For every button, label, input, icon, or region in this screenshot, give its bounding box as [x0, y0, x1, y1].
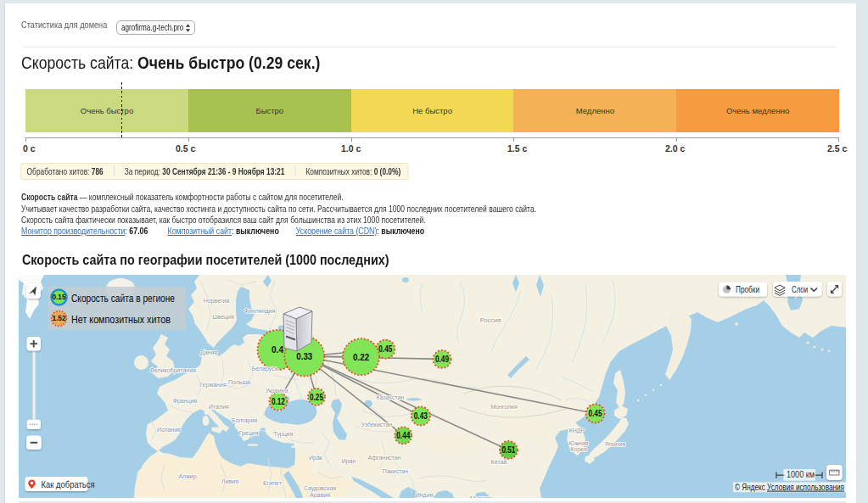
svg-text:Афганистан: Афганистан [368, 455, 401, 461]
svg-text:Испания: Испания [157, 427, 181, 433]
svg-text:Германия: Германия [199, 382, 227, 388]
svg-text:Саудовская: Саудовская [304, 485, 336, 492]
svg-text:Алжир: Алжир [178, 473, 196, 480]
svg-text:0.25: 0.25 [310, 393, 323, 402]
svg-text:Дания: Дания [200, 349, 217, 356]
svg-text:Узбекистан: Узбекистан [361, 422, 393, 428]
svg-text:0.51: 0.51 [501, 445, 515, 455]
svg-text:0.4: 0.4 [272, 344, 284, 355]
svg-text:Индия: Индия [416, 492, 434, 498]
svg-text:Турция: Турция [274, 431, 294, 438]
svg-text:Великобритания: Великобритания [150, 367, 196, 374]
svg-text:КНДР: КНДР [569, 428, 585, 434]
svg-text:Мьянма: Мьянма [470, 495, 492, 498]
svg-text:Ливия: Ливия [221, 478, 238, 484]
svg-text:Как добраться: Как добраться [42, 479, 95, 489]
svg-text:Корея: Корея [570, 446, 587, 453]
svg-text:Финляндия: Финляндия [244, 308, 276, 315]
svg-text:Пакистан: Пакистан [383, 468, 408, 474]
svg-text:Греция: Греция [239, 430, 259, 437]
svg-text:Монголия: Монголия [490, 404, 518, 410]
svg-text:Болгария: Болгария [232, 417, 258, 424]
svg-text:0.33: 0.33 [296, 351, 312, 361]
svg-text:Южная: Южная [568, 440, 589, 446]
svg-text:Беларусь: Беларусь [252, 366, 278, 372]
svg-text:Россия: Россия [480, 316, 501, 324]
svg-text:Египет: Египет [263, 480, 283, 486]
svg-text:Швеция: Швеция [212, 314, 234, 321]
svg-text:Китай: Китай [491, 459, 507, 465]
svg-text:0.49: 0.49 [435, 355, 449, 364]
svg-text:1.52: 1.52 [53, 314, 66, 322]
svg-text:0.15: 0.15 [53, 293, 66, 301]
svg-text:0.12: 0.12 [272, 397, 285, 406]
svg-text:Франция: Франция [173, 398, 198, 405]
svg-text:© Яндекс Условия использования: © Яндекс Условия использования [735, 483, 844, 492]
svg-text:Нет композитных хитов: Нет композитных хитов [71, 313, 171, 326]
svg-text:Аравия: Аравия [310, 492, 330, 498]
svg-text:Скорость сайта в регионе: Скорость сайта в регионе [71, 292, 175, 305]
svg-text:Слои: Слои [792, 284, 808, 294]
svg-text:Польша: Польша [228, 379, 250, 385]
svg-text:Казахстан: Казахстан [377, 394, 405, 400]
svg-text:0.22: 0.22 [353, 352, 369, 362]
svg-text:Иран: Иран [342, 458, 356, 465]
svg-text:Япония: Япония [605, 441, 626, 447]
svg-text:0.43: 0.43 [414, 411, 428, 421]
svg-text:Пробки: Пробки [736, 284, 759, 294]
svg-text:0.44: 0.44 [396, 431, 410, 440]
svg-text:Ирак: Ирак [309, 455, 323, 461]
svg-text:Норвегия: Норвегия [204, 298, 230, 305]
svg-text:1000 км: 1000 км [787, 469, 815, 479]
svg-text:Италия: Италия [209, 404, 229, 410]
svg-text:0.45: 0.45 [589, 409, 602, 418]
svg-text:Украина: Украина [266, 388, 288, 394]
svg-text:0.45: 0.45 [378, 344, 392, 354]
